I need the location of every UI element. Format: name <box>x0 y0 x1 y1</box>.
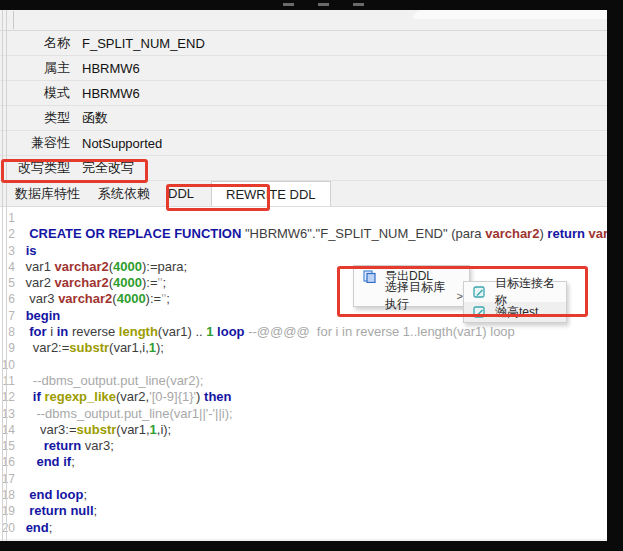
edit-icon <box>472 305 487 319</box>
titlebar-dash <box>283 3 294 6</box>
code-line: 18 end loop; <box>0 487 607 503</box>
code-text: var2 varchar2(4000):=''; <box>22 275 166 291</box>
form-label: 名称 <box>8 34 70 52</box>
code-line: 9 var2:=substr(var1,i,1); <box>0 340 607 356</box>
code-line: 16 end if; <box>0 454 607 470</box>
code-line: 17 <box>0 471 607 487</box>
form-row: 名称F_SPLIT_NUM_END <box>0 31 607 56</box>
form-label: 属主 <box>8 59 70 77</box>
code-line: 12 if regexp_like(var2,'[0-9]{1}') then <box>0 389 607 405</box>
code-line: 10 <box>0 357 607 373</box>
code-text: --dbms_output.put_line(var1||'-'||i); <box>22 406 233 422</box>
code-line: 11 --dbms_output.put_line(var2); <box>0 373 607 389</box>
form-label: 类型 <box>8 109 70 127</box>
form-value: NotSupported <box>82 136 162 151</box>
code-text: begin <box>22 308 60 324</box>
form-row: 类型函数 <box>0 106 607 131</box>
code-text: CREATE OR REPLACE FUNCTION "HBRMW6"."F_S… <box>22 226 607 242</box>
form-value: 完全改写 <box>82 159 134 177</box>
code-text: return null; <box>22 503 97 519</box>
window-frame-right <box>607 0 623 551</box>
titlebar-dash <box>318 3 329 6</box>
form-row: 改写类型完全改写 <box>0 156 607 181</box>
tab-数据库特性[interactable]: 数据库特性 <box>6 181 89 206</box>
tab-系统依赖[interactable]: 系统依赖 <box>89 181 159 206</box>
form-value: F_SPLIT_NUM_END <box>82 36 205 51</box>
context-menu: 导出DDL选择目标库执行> <box>353 265 470 307</box>
code-text: end; <box>22 520 52 536</box>
submenu-item-瀚高test[interactable]: 瀚高test <box>464 302 566 322</box>
app-window: 名称F_SPLIT_NUM_END属主HBRMW6模式HBRMW6类型函数兼容性… <box>0 0 623 551</box>
code-text: var3 varchar2(4000):=''; <box>22 291 170 307</box>
menu-item-选择目标库执行[interactable]: 选择目标库执行> <box>354 286 469 306</box>
code-line: 3 is <box>0 243 607 259</box>
form-label: 模式 <box>8 84 70 102</box>
code-line: 20 end; <box>0 520 607 536</box>
code-line: 1 <box>0 210 607 226</box>
edit-icon <box>472 285 487 299</box>
submenu-item-目标连接名称[interactable]: 目标连接名称 <box>464 282 566 302</box>
code-text: var2:=substr(var1,i,1); <box>22 340 164 356</box>
code-text: end if; <box>22 454 75 470</box>
form-row: 模式HBRMW6 <box>0 81 607 106</box>
code-text: for i in reverse length(var1) .. 1 loop … <box>22 324 515 340</box>
titlebar <box>0 0 623 10</box>
rewrite-ddl-code-editor[interactable]: 12 CREATE OR REPLACE FUNCTION "HBRMW6"."… <box>0 206 607 539</box>
menu-item-label: 选择目标库执行 <box>385 279 453 313</box>
code-text: end loop; <box>22 487 87 503</box>
code-text: is <box>22 243 36 259</box>
detail-tabbar: 数据库特性系统依赖DDLREWRITE DDL <box>0 181 607 206</box>
code-line: 14 var3:=substr(var1,1,i); <box>0 422 607 438</box>
code-line: 8 for i in reverse length(var1) .. 1 loo… <box>0 324 607 340</box>
panel-left-border <box>2 10 7 541</box>
tab-ddl[interactable]: DDL <box>159 181 203 206</box>
menu-item-label: 瀚高test <box>495 304 560 321</box>
form-value: HBRMW6 <box>82 86 140 101</box>
titlebar-dash <box>353 3 364 6</box>
form-label: 改写类型 <box>8 159 70 177</box>
form-value: 函数 <box>82 109 108 127</box>
panel-corner-decoration <box>413 10 607 19</box>
window-frame-bottom <box>0 541 623 551</box>
code-line: 2 CREATE OR REPLACE FUNCTION "HBRMW6"."F… <box>0 226 607 242</box>
code-line: 4 var1 varchar2(4000):=para; <box>0 259 607 275</box>
code-text: --dbms_output.put_line(var2); <box>22 373 203 389</box>
code-line: 15 return var3; <box>0 438 607 454</box>
function-properties-form: 名称F_SPLIT_NUM_END属主HBRMW6模式HBRMW6类型函数兼容性… <box>0 31 607 181</box>
form-row: 属主HBRMW6 <box>0 56 607 81</box>
code-text: return var3; <box>22 438 114 454</box>
form-label: 兼容性 <box>8 134 70 152</box>
code-text: if regexp_like(var2,'[0-9]{1}') then <box>22 389 232 405</box>
form-row: 兼容性NotSupported <box>0 131 607 156</box>
context-submenu: 目标连接名称瀚高test <box>463 281 567 323</box>
code-line: 19 return null; <box>0 503 607 519</box>
code-text: var1 varchar2(4000):=para; <box>22 259 187 275</box>
code-line: 13 --dbms_output.put_line(var1||'-'||i); <box>0 406 607 422</box>
form-value: HBRMW6 <box>82 61 140 76</box>
code-text: var3:=substr(var1,1,i); <box>22 422 171 438</box>
tab-rewrite-ddl[interactable]: REWRITE DDL <box>211 181 331 206</box>
export-ddl-icon <box>362 269 377 283</box>
menu-item-spacer <box>362 289 377 303</box>
